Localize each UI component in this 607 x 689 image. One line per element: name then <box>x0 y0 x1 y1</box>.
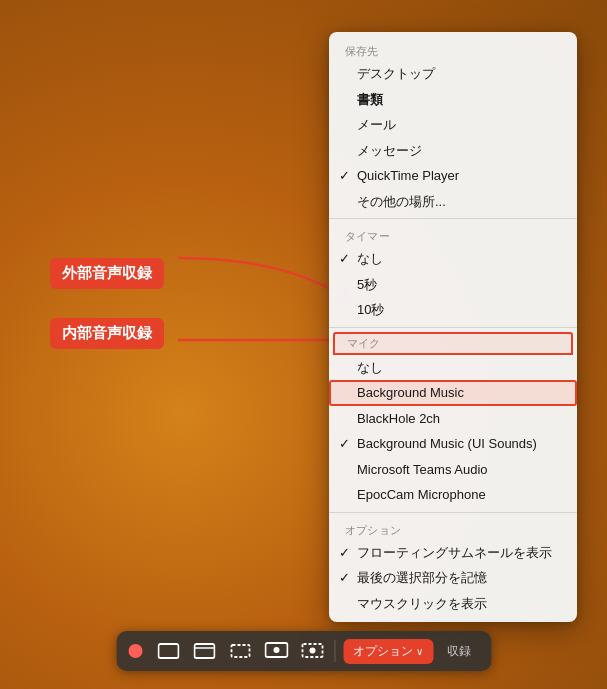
section-header-save: 保存先 <box>329 38 577 61</box>
menu-item-background-music-ui[interactable]: Background Music (UI Sounds) <box>329 431 577 457</box>
chevron-down-icon: ∨ <box>416 646 423 657</box>
separator-2 <box>329 327 577 328</box>
separator-1 <box>329 218 577 219</box>
annotation-internal-label: 内部音声収録 <box>50 318 164 349</box>
menu-item-blackhole[interactable]: BlackHole 2ch <box>329 406 577 432</box>
screen-record-icon <box>264 642 288 660</box>
close-button[interactable] <box>128 644 142 658</box>
menu-item-quicktime[interactable]: QuickTime Player <box>329 163 577 189</box>
screen-record-button[interactable] <box>260 637 292 665</box>
menu-item-messages[interactable]: メッセージ <box>329 138 577 164</box>
annotation-external: 外部音声収録 <box>50 258 164 289</box>
toolbar: オプション ∨ 収録 <box>116 631 491 671</box>
svg-rect-5 <box>231 645 249 657</box>
menu-item-teams-audio[interactable]: Microsoft Teams Audio <box>329 457 577 483</box>
menu-item-timer-10s[interactable]: 10秒 <box>329 297 577 323</box>
menu-item-remember-selection[interactable]: 最後の選択部分を記憶 <box>329 565 577 591</box>
options-label: オプション <box>353 643 413 660</box>
annotation-internal: 内部音声収録 <box>50 318 164 349</box>
section-header-options: オプション <box>329 517 577 540</box>
menu-item-mic-none[interactable]: なし <box>329 355 577 381</box>
svg-point-7 <box>273 647 279 653</box>
section-header-timer: タイマー <box>329 223 577 246</box>
menu-item-background-music[interactable]: Background Music <box>329 380 577 406</box>
options-button[interactable]: オプション ∨ <box>343 639 433 664</box>
menu-item-timer-none[interactable]: なし <box>329 246 577 272</box>
svg-point-9 <box>309 648 315 654</box>
window-capture-button[interactable] <box>188 637 220 665</box>
toolbar-divider <box>334 640 335 662</box>
menu-item-documents[interactable]: 書類 <box>329 87 577 113</box>
full-screen-button[interactable] <box>152 637 184 665</box>
region-record-icon <box>300 642 324 660</box>
menu-item-show-thumbnail[interactable]: フローティングサムネールを表示 <box>329 540 577 566</box>
full-screen-icon <box>157 643 179 659</box>
record-button[interactable]: 収録 <box>437 639 481 664</box>
region-icon <box>229 643 251 659</box>
menu-item-show-clicks[interactable]: マウスクリックを表示 <box>329 591 577 617</box>
dropdown-menu: 保存先 デスクトップ 書類 メール メッセージ QuickTime Player… <box>329 32 577 622</box>
region-capture-button[interactable] <box>224 637 256 665</box>
separator-3 <box>329 512 577 513</box>
menu-item-mail[interactable]: メール <box>329 112 577 138</box>
menu-item-epocam[interactable]: EpocCam Microphone <box>329 482 577 508</box>
svg-rect-3 <box>194 644 214 658</box>
menu-item-timer-5s[interactable]: 5秒 <box>329 272 577 298</box>
menu-item-other[interactable]: その他の場所... <box>329 189 577 215</box>
annotation-external-label: 外部音声収録 <box>50 258 164 289</box>
menu-item-desktop[interactable]: デスクトップ <box>329 61 577 87</box>
window-icon <box>193 643 215 659</box>
region-record-button[interactable] <box>296 637 328 665</box>
svg-rect-2 <box>158 644 178 658</box>
section-header-mic: マイク <box>333 332 573 355</box>
